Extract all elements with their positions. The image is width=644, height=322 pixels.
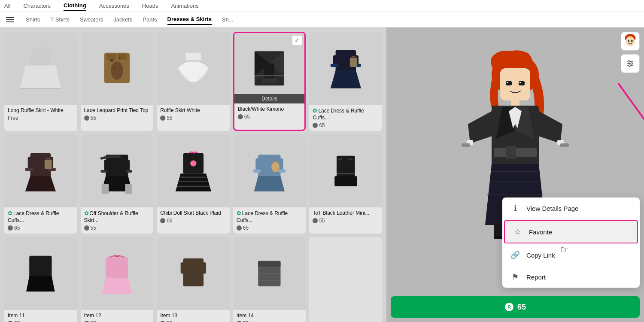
svg-rect-33 xyxy=(104,160,108,171)
avatar-filter-button[interactable] xyxy=(621,54,640,73)
context-menu-view-details[interactable]: ℹ View Details Page xyxy=(502,197,640,219)
item-card[interactable]: Long Ruffle Skirt - White Free xyxy=(4,32,77,131)
robux-icon xyxy=(160,218,165,223)
subnav-jackets[interactable]: Jackets xyxy=(113,15,132,24)
premium-icon: ✿ xyxy=(313,107,317,114)
context-menu-label: Favorite xyxy=(529,228,552,236)
nav-animations[interactable]: Animations xyxy=(171,1,198,11)
svg-rect-65 xyxy=(258,261,280,267)
robux-icon xyxy=(160,115,165,121)
item-price: 55 xyxy=(84,115,150,121)
item-info: ✿Off Shoulder & Ruffle Skirt... 55 xyxy=(81,207,154,234)
item-name: Black/White Kimono xyxy=(238,106,301,113)
svg-rect-90 xyxy=(506,146,516,159)
svg-rect-84 xyxy=(519,82,521,83)
buy-button[interactable]: R 65 xyxy=(391,296,640,318)
item-card[interactable]: ✿Off Shoulder & Ruffle Skirt... 55 xyxy=(81,134,154,234)
svg-marker-60 xyxy=(102,277,132,294)
item-card[interactable]: Item 14 55 xyxy=(233,237,306,322)
context-menu-label: View Details Page xyxy=(526,205,578,212)
item-card-selected[interactable]: ✓ Details Black/White Kimono 65 xyxy=(233,32,306,131)
item-info: ToT Black Leather Mini... 55 xyxy=(309,207,382,227)
item-name: Item 13 xyxy=(160,313,226,319)
item-card[interactable]: Item 11 55 xyxy=(4,237,77,322)
svg-point-44 xyxy=(190,160,196,166)
item-price: Free xyxy=(8,115,74,121)
item-card[interactable]: Item 12 55 xyxy=(81,237,154,322)
svg-point-70 xyxy=(626,36,635,46)
item-price: 65 xyxy=(8,225,74,231)
item-price: 55 xyxy=(160,115,226,121)
item-info: Lace Leopard Print Tied Top 55 xyxy=(81,105,154,124)
svg-rect-30 xyxy=(45,160,52,169)
item-card[interactable]: ✿Lace Dress & Ruffle Cuffs... 65 xyxy=(4,134,77,234)
item-image xyxy=(4,32,77,105)
item-card[interactable]: ✿Lace Dress & Ruffle Cuffs... 65 xyxy=(233,134,306,234)
item-name: ✿Off Shoulder & Ruffle Skirt... xyxy=(84,210,150,224)
robux-icon xyxy=(84,115,89,121)
item-price: 55 xyxy=(84,225,150,231)
item-card[interactable]: Item 13 55 xyxy=(157,237,230,322)
svg-marker-58 xyxy=(27,276,55,292)
nav-accessories[interactable]: Accessories xyxy=(99,1,129,11)
svg-marker-25 xyxy=(25,176,56,191)
robux-icon xyxy=(313,123,318,128)
svg-marker-18 xyxy=(331,71,361,89)
context-menu-report[interactable]: ⚑ Report xyxy=(502,266,640,288)
item-image xyxy=(309,134,382,207)
svg-rect-61 xyxy=(183,258,203,286)
svg-rect-53 xyxy=(334,176,357,186)
item-card[interactable]: Lace Leopard Print Tied Top 55 xyxy=(81,32,154,131)
avatar-head-thumbnail[interactable] xyxy=(621,32,640,51)
subnav-pants[interactable]: Pants xyxy=(143,15,157,24)
robux-icon xyxy=(313,218,318,223)
item-price: 65 xyxy=(313,122,379,128)
details-overlay[interactable]: Details xyxy=(234,94,305,103)
subnav-sweaters[interactable]: Sweaters xyxy=(80,15,103,24)
items-grid: Long Ruffle Skirt - White Free xyxy=(4,32,382,322)
item-card[interactable]: Ruffle Skirt White 55 xyxy=(157,32,230,131)
subnav-shirts[interactable]: Shirts xyxy=(26,15,40,24)
nav-characters[interactable]: Characters xyxy=(23,1,51,11)
context-menu-label: Copy Link xyxy=(526,252,555,259)
item-image xyxy=(157,32,230,105)
item-name: ✿Lace Dress & Ruffle Cuffs... xyxy=(237,210,303,224)
subnav-more[interactable]: Sh... xyxy=(222,15,234,24)
checkmark-badge: ✓ xyxy=(292,36,302,45)
item-name: Lace Leopard Print Tied Top xyxy=(84,107,150,114)
item-info: ✿Lace Dress & Ruffle Cuffs... 65 xyxy=(233,207,306,234)
context-menu: ℹ View Details Page ☆ Favorite 🔗 Copy Li… xyxy=(502,197,640,288)
item-name: Item 14 xyxy=(237,313,303,319)
buy-price-label: 65 xyxy=(517,303,526,312)
item-info: ✿Lace Dress & Ruffle Cuffs... 65 xyxy=(309,105,382,131)
item-card[interactable]: ToT Black Leather Mini... 55 xyxy=(309,134,382,234)
nav-heads[interactable]: Heads xyxy=(142,1,158,11)
item-name: Long Ruffle Skirt - White xyxy=(8,107,74,114)
item-name: ✿Lace Dress & Ruffle Cuffs... xyxy=(8,210,74,224)
svg-rect-54 xyxy=(338,158,342,160)
link-icon: 🔗 xyxy=(510,250,520,260)
subnav-tshirts[interactable]: T-Shirts xyxy=(50,15,70,24)
context-menu-favorite[interactable]: ☆ Favorite xyxy=(504,220,638,243)
hamburger-menu[interactable] xyxy=(4,15,15,24)
item-price: 55 xyxy=(84,320,150,322)
svg-rect-59 xyxy=(106,257,128,279)
item-image xyxy=(81,134,154,207)
item-image xyxy=(4,237,77,310)
context-menu-copy-link[interactable]: 🔗 Copy Link xyxy=(502,244,640,266)
item-image xyxy=(157,134,230,207)
item-image xyxy=(4,134,77,207)
svg-rect-34 xyxy=(126,160,130,171)
item-info: Long Ruffle Skirt - White Free xyxy=(4,105,77,124)
nav-clothing[interactable]: Clothing xyxy=(64,0,86,11)
item-image xyxy=(81,32,154,105)
nav-all[interactable]: All xyxy=(4,1,10,11)
svg-rect-63 xyxy=(201,262,206,273)
robux-icon xyxy=(8,225,13,231)
top-navigation: All Characters Clothing Accessories Head… xyxy=(0,0,644,12)
svg-rect-55 xyxy=(348,158,352,160)
item-card[interactable]: Chibi Doll Skirt Black Plaid 66 xyxy=(157,134,230,234)
svg-rect-49 xyxy=(253,169,261,172)
subnav-dresses[interactable]: Dresses & Skirts xyxy=(167,14,212,25)
item-card[interactable]: ✿Lace Dress & Ruffle Cuffs... 65 xyxy=(309,32,382,131)
